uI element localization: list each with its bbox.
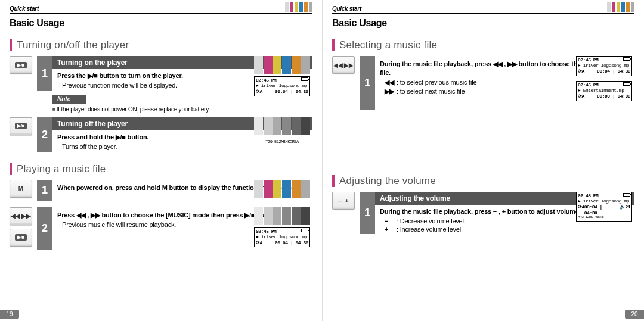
- grey-swatch-icon: [254, 117, 310, 135]
- play-stop-key-icon: ▶/■: [10, 56, 32, 74]
- color-swatch-icon: [254, 180, 310, 198]
- page-right: Quick start Basic Usage Selecting a musi…: [322, 0, 644, 321]
- step-number: 2: [37, 117, 52, 152]
- quick-start-label: Quick start: [10, 5, 39, 12]
- section-selecting: Selecting a music file: [332, 39, 634, 51]
- page-left: Quick start Basic Usage Turning on/off t…: [0, 0, 322, 321]
- header: Quick start: [332, 2, 634, 14]
- step-number: 1: [360, 192, 375, 234]
- prev-next-key-icon: ◀◀ ▶▶: [332, 56, 355, 74]
- step-number: 1: [37, 180, 52, 201]
- note-label: Note: [52, 95, 86, 104]
- step-turn-on: ▶/■ 1 Turning on the player Press the ▶/…: [10, 56, 312, 91]
- play-stop-key-icon: ▶/■: [10, 117, 32, 135]
- step-number: 1: [360, 56, 375, 110]
- step-turn-off: ▶/■ 2 Turning off the player Press and h…: [10, 117, 312, 152]
- step-number: 1: [37, 56, 52, 91]
- prev-next-key-icon: ◀◀ ▶▶: [10, 207, 32, 225]
- header-swatches: [607, 2, 634, 12]
- step-adjust-volume: − + 1 Adjusting the volume During the mu…: [332, 192, 634, 234]
- minus-plus-key-icon: − +: [332, 192, 355, 210]
- lcd-preview: 02:45 PM ▶ iriver logosong.mp ⟳A00:04 | …: [254, 227, 310, 248]
- lcd-preview: 02:45 PM ▶ iriver logosong.mp ⟳A00:04 | …: [576, 192, 632, 222]
- color-swatch-icon: [254, 56, 310, 74]
- step-list-item: +: Increase volume level.: [375, 226, 634, 234]
- section-volume: Adjusting the volume: [332, 175, 634, 187]
- section-turning-onoff: Turning on/off the player: [10, 39, 312, 51]
- header: Quick start: [10, 2, 312, 14]
- step-play-select: ◀◀ ▶▶ ▶/■ 2 Press ◀◀ , ▶▶ button to choo…: [10, 207, 312, 250]
- note-text: If the player does not power ON, please …: [52, 104, 312, 117]
- quick-start-label: Quick start: [332, 5, 361, 12]
- header-swatches: [285, 2, 312, 12]
- page-number: 20: [625, 310, 644, 319]
- step-number: 2: [37, 207, 52, 250]
- lcd-preview: 02:45 PM ▶ iriver logosong.mp ⟳A00:04 | …: [254, 76, 310, 96]
- lcd-model-label: T20-512MB/KOREA: [254, 139, 310, 145]
- page-title: Basic Usage: [10, 18, 312, 29]
- section-playing: Playing a music file: [10, 163, 312, 175]
- m-key-icon: M: [10, 180, 32, 198]
- step-play-mode: M 1 When powered on, press and hold M bu…: [10, 180, 312, 201]
- grey-swatch-icon: [254, 207, 310, 225]
- page-number: 19: [0, 310, 19, 319]
- play-stop-key-icon: ▶/■: [10, 229, 32, 247]
- step-select-file: ◀◀ ▶▶ 1 During the music file playback, …: [332, 56, 634, 110]
- lcd-preview: 02:45 PM ▶ iriver logosong.mp ⟳A00:04 | …: [576, 56, 632, 76]
- lcd-preview: 02:45 PM ▶ Entertainment.mp ⟳A00:00 | 04…: [576, 81, 632, 101]
- page-title: Basic Usage: [332, 18, 634, 29]
